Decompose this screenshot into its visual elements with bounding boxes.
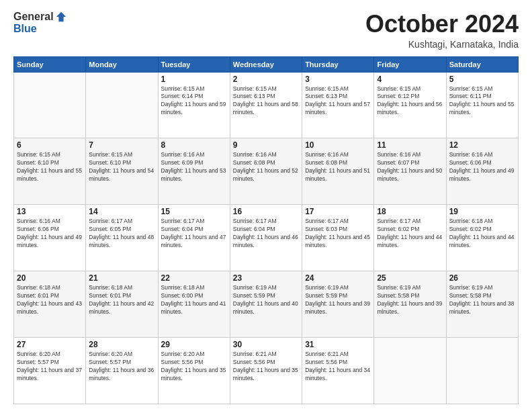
calendar-cell: 6Sunrise: 6:15 AMSunset: 6:10 PMDaylight… [14,138,86,205]
calendar-cell: 4Sunrise: 6:15 AMSunset: 6:12 PMDaylight… [374,72,446,138]
calendar-cell: 18Sunrise: 6:17 AMSunset: 6:02 PMDayligh… [374,205,446,271]
day-number: 17 [305,207,371,216]
day-info: Sunrise: 6:16 AMSunset: 6:06 PMDaylight:… [17,218,83,250]
logo: General Blue [13,11,67,35]
col-wednesday: Wednesday [230,56,302,72]
day-number: 5 [449,75,515,84]
day-number: 31 [305,340,371,349]
col-thursday: Thursday [302,56,374,72]
calendar-cell: 26Sunrise: 6:19 AMSunset: 5:58 PMDayligh… [446,271,518,338]
calendar-cell: 28Sunrise: 6:20 AMSunset: 5:57 PMDayligh… [86,338,158,404]
day-info: Sunrise: 6:19 AMSunset: 5:58 PMDaylight:… [377,284,443,316]
day-info: Sunrise: 6:17 AMSunset: 6:04 PMDaylight:… [233,218,299,250]
calendar-cell [446,338,518,404]
day-number: 8 [161,140,227,150]
day-info: Sunrise: 6:20 AMSunset: 5:56 PMDaylight:… [161,351,227,383]
day-info: Sunrise: 6:16 AMSunset: 6:09 PMDaylight:… [161,151,227,183]
day-info: Sunrise: 6:19 AMSunset: 5:59 PMDaylight:… [305,284,371,316]
day-info: Sunrise: 6:15 AMSunset: 6:10 PMDaylight:… [89,151,154,183]
calendar-cell: 2Sunrise: 6:15 AMSunset: 6:13 PMDaylight… [230,72,302,138]
month-title: October 2024 [365,11,519,38]
day-number: 10 [305,140,371,150]
day-info: Sunrise: 6:17 AMSunset: 6:02 PMDaylight:… [377,218,443,250]
day-info: Sunrise: 6:18 AMSunset: 6:01 PMDaylight:… [89,284,154,316]
calendar-cell: 19Sunrise: 6:18 AMSunset: 6:02 PMDayligh… [446,205,518,271]
day-number: 7 [89,140,154,150]
calendar-cell: 23Sunrise: 6:19 AMSunset: 5:59 PMDayligh… [230,271,302,338]
day-info: Sunrise: 6:20 AMSunset: 5:57 PMDaylight:… [17,351,83,383]
calendar-cell: 13Sunrise: 6:16 AMSunset: 6:06 PMDayligh… [14,205,86,271]
day-info: Sunrise: 6:15 AMSunset: 6:11 PMDaylight:… [449,85,515,118]
calendar-cell: 15Sunrise: 6:17 AMSunset: 6:04 PMDayligh… [158,205,230,271]
table-row: 27Sunrise: 6:20 AMSunset: 5:57 PMDayligh… [14,338,519,404]
day-number: 6 [17,140,83,150]
calendar-cell: 5Sunrise: 6:15 AMSunset: 6:11 PMDaylight… [446,72,518,138]
day-info: Sunrise: 6:15 AMSunset: 6:12 PMDaylight:… [377,85,443,118]
calendar-cell: 11Sunrise: 6:16 AMSunset: 6:07 PMDayligh… [374,138,446,205]
day-number: 20 [17,273,83,283]
calendar-cell [86,72,158,138]
calendar-cell: 1Sunrise: 6:15 AMSunset: 6:14 PMDaylight… [158,72,230,138]
day-number: 19 [449,207,515,216]
calendar-cell: 20Sunrise: 6:18 AMSunset: 6:01 PMDayligh… [14,271,86,338]
calendar-cell: 16Sunrise: 6:17 AMSunset: 6:04 PMDayligh… [230,205,302,271]
day-number: 2 [233,75,299,84]
day-number: 1 [161,75,227,84]
day-number: 4 [377,75,443,84]
day-info: Sunrise: 6:19 AMSunset: 5:59 PMDaylight:… [233,284,299,316]
calendar-cell: 17Sunrise: 6:17 AMSunset: 6:03 PMDayligh… [302,205,374,271]
logo-general-text: General [13,11,54,23]
calendar-cell: 22Sunrise: 6:18 AMSunset: 6:00 PMDayligh… [158,271,230,338]
day-number: 14 [89,207,154,216]
day-info: Sunrise: 6:15 AMSunset: 6:14 PMDaylight:… [161,85,227,118]
calendar-cell: 14Sunrise: 6:17 AMSunset: 6:05 PMDayligh… [86,205,158,271]
calendar-cell: 27Sunrise: 6:20 AMSunset: 5:57 PMDayligh… [14,338,86,404]
table-row: 1Sunrise: 6:15 AMSunset: 6:14 PMDaylight… [14,72,519,138]
calendar-cell: 21Sunrise: 6:18 AMSunset: 6:01 PMDayligh… [86,271,158,338]
day-info: Sunrise: 6:21 AMSunset: 5:56 PMDaylight:… [233,351,299,383]
title-section: October 2024 Kushtagi, Karnataka, India [365,11,519,50]
day-number: 30 [233,340,299,349]
day-number: 11 [377,140,443,150]
calendar-cell: 8Sunrise: 6:16 AMSunset: 6:09 PMDaylight… [158,138,230,205]
calendar-cell [14,72,86,138]
logo-blue-text: Blue [13,23,37,34]
day-number: 12 [449,140,515,150]
col-monday: Monday [86,56,158,72]
logo-icon [55,11,67,23]
day-number: 3 [305,75,371,84]
calendar-cell: 24Sunrise: 6:19 AMSunset: 5:59 PMDayligh… [302,271,374,338]
day-number: 16 [233,207,299,216]
table-row: 13Sunrise: 6:16 AMSunset: 6:06 PMDayligh… [14,205,519,271]
day-info: Sunrise: 6:15 AMSunset: 6:13 PMDaylight:… [305,85,371,118]
calendar-cell: 3Sunrise: 6:15 AMSunset: 6:13 PMDaylight… [302,72,374,138]
day-info: Sunrise: 6:16 AMSunset: 6:08 PMDaylight:… [233,151,299,183]
day-info: Sunrise: 6:20 AMSunset: 5:57 PMDaylight:… [89,351,154,383]
calendar-cell: 31Sunrise: 6:21 AMSunset: 5:56 PMDayligh… [302,338,374,404]
day-number: 15 [161,207,227,216]
col-saturday: Saturday [446,56,518,72]
calendar-cell: 9Sunrise: 6:16 AMSunset: 6:08 PMDaylight… [230,138,302,205]
day-number: 13 [17,207,83,216]
page: General Blue October 2024 Kushtagi, Karn… [0,0,532,411]
table-row: 6Sunrise: 6:15 AMSunset: 6:10 PMDaylight… [14,138,519,205]
header: General Blue October 2024 Kushtagi, Karn… [13,11,519,50]
day-number: 18 [377,207,443,216]
day-info: Sunrise: 6:17 AMSunset: 6:03 PMDaylight:… [305,218,371,250]
day-info: Sunrise: 6:15 AMSunset: 6:10 PMDaylight:… [17,151,83,183]
day-number: 28 [89,340,154,349]
day-number: 22 [161,273,227,283]
day-info: Sunrise: 6:18 AMSunset: 6:00 PMDaylight:… [161,284,227,316]
col-tuesday: Tuesday [158,56,230,72]
day-info: Sunrise: 6:17 AMSunset: 6:04 PMDaylight:… [161,218,227,250]
day-info: Sunrise: 6:18 AMSunset: 6:01 PMDaylight:… [17,284,83,316]
day-info: Sunrise: 6:16 AMSunset: 6:07 PMDaylight:… [377,151,443,183]
day-number: 21 [89,273,154,283]
calendar-cell: 12Sunrise: 6:16 AMSunset: 6:06 PMDayligh… [446,138,518,205]
calendar-table: Sunday Monday Tuesday Wednesday Thursday… [13,56,519,404]
calendar-cell: 10Sunrise: 6:16 AMSunset: 6:08 PMDayligh… [302,138,374,205]
day-number: 24 [305,273,371,283]
col-sunday: Sunday [14,56,86,72]
day-info: Sunrise: 6:16 AMSunset: 6:06 PMDaylight:… [449,151,515,183]
day-info: Sunrise: 6:18 AMSunset: 6:02 PMDaylight:… [449,218,515,250]
